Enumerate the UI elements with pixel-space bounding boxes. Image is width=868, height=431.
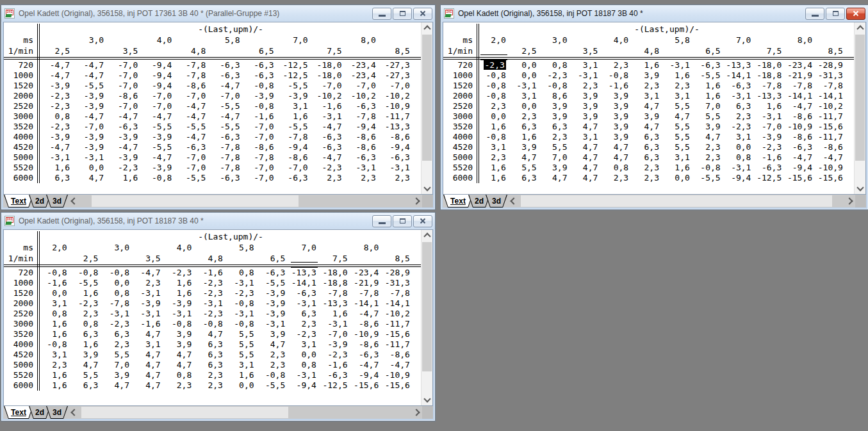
map-cell[interactable]: -3,9	[258, 298, 290, 309]
map-cell[interactable]: 0,0	[102, 278, 133, 288]
map-cell[interactable]: -0,8	[479, 91, 510, 101]
map-cell[interactable]: -10,2	[380, 91, 414, 101]
map-cell[interactable]: 0,0	[289, 350, 320, 360]
map-cell[interactable]: 2,3	[571, 81, 602, 91]
map-cell[interactable]: -5,5	[209, 122, 243, 132]
map-cell[interactable]: 2,3	[632, 163, 663, 173]
map-cell[interactable]: 2,3	[195, 380, 227, 391]
map-cell[interactable]: -10,2	[816, 101, 847, 111]
map-cell[interactable]: 3,1	[663, 91, 694, 101]
tab-3d[interactable]: 3d	[46, 406, 68, 419]
map-cell[interactable]: -1,6	[602, 81, 632, 91]
titlebar[interactable]: IOI Opel Kadett (Original), 356158, inj …	[1, 213, 435, 229]
map-cell[interactable]: -5,5	[694, 70, 725, 81]
map-cell[interactable]: -3,9	[142, 132, 176, 142]
map-cell[interactable]: 0,0	[510, 60, 541, 70]
map-cell[interactable]: -23,4	[346, 60, 380, 70]
map-cell[interactable]: 1,6	[479, 163, 510, 173]
map-cell[interactable]: 2,3	[602, 60, 632, 70]
map-cell[interactable]: -6,3	[289, 288, 320, 298]
map-cell[interactable]: -5,5	[278, 122, 312, 132]
map-cell[interactable]: 2,3	[510, 111, 541, 122]
map-cell[interactable]: 7,0	[694, 101, 725, 111]
map-cell[interactable]: -3,1	[74, 152, 108, 163]
map-cell[interactable]: 0,0	[74, 163, 108, 173]
map-cell[interactable]: -10,9	[380, 101, 414, 111]
map-cell[interactable]: -7,0	[176, 91, 209, 101]
map-cell[interactable]: -6,3	[380, 152, 414, 163]
map-cell[interactable]: 4,7	[102, 380, 133, 391]
map-cell[interactable]: -8,6	[346, 132, 380, 142]
map-cell[interactable]: -5,5	[258, 278, 290, 288]
hscroll-left-button[interactable]	[68, 195, 78, 207]
vertical-scrollbar[interactable]	[421, 230, 432, 405]
map-cell[interactable]: 3,1	[632, 91, 663, 101]
map-cell[interactable]: -11,7	[382, 339, 414, 350]
map-cell[interactable]: -2,3	[195, 278, 227, 288]
map-cell[interactable]: -3,1	[102, 309, 133, 319]
map-cell[interactable]: -1,6	[320, 360, 352, 370]
map-cell[interactable]: -2,3	[195, 309, 227, 319]
map-cell[interactable]: -7,8	[785, 81, 816, 91]
map-cell[interactable]: 3,9	[571, 111, 602, 122]
map-cell[interactable]: -6,3	[352, 350, 383, 360]
map-cell[interactable]: -3,9	[320, 339, 352, 350]
map-cell[interactable]: -0,8	[102, 268, 133, 278]
map-cell[interactable]: -7,8	[209, 142, 243, 152]
map-cell[interactable]: 1,6	[165, 288, 196, 298]
map-cell[interactable]: -21,9	[352, 278, 383, 288]
map-cell[interactable]: 0,8	[289, 360, 320, 370]
map-cell[interactable]: -7,0	[176, 163, 209, 173]
map-cell[interactable]: 3,1	[725, 132, 755, 142]
map-cell[interactable]: -7,0	[209, 91, 243, 101]
map-cell[interactable]: 2,3	[380, 173, 414, 183]
map-cell[interactable]: -13,3	[755, 91, 785, 101]
map-cell[interactable]: -23,4	[785, 60, 816, 70]
map-cell[interactable]: 2,3	[725, 111, 755, 122]
map-cell[interactable]: -12,5	[320, 380, 352, 391]
map-cell[interactable]: -0,8	[40, 339, 71, 350]
map-cell[interactable]: -7,8	[176, 60, 209, 70]
map-cell[interactable]: -3,9	[40, 81, 74, 91]
map-cell[interactable]: -3,1	[346, 163, 380, 173]
map-cell[interactable]: -7,0	[108, 81, 142, 91]
map-cell[interactable]: -7,8	[816, 81, 847, 91]
vertical-scrollbar[interactable]	[854, 22, 865, 194]
horizontal-scrollbar[interactable]	[518, 195, 845, 207]
tab-3d[interactable]: 3d	[486, 195, 507, 207]
scroll-up-button[interactable]	[422, 230, 432, 241]
map-cell[interactable]: -31,3	[816, 70, 847, 81]
scroll-down-button[interactable]	[422, 394, 432, 405]
map-cell[interactable]: -7,0	[320, 329, 352, 339]
map-cell[interactable]: -5,5	[209, 101, 243, 111]
restore-button[interactable]	[393, 215, 412, 227]
map-cell[interactable]: -11,7	[816, 111, 847, 122]
map-cell[interactable]: 2,3	[102, 339, 133, 350]
map-cell[interactable]: -0,8	[694, 163, 725, 173]
map-cell[interactable]: 3,9	[602, 101, 632, 111]
map-cell[interactable]: -7,0	[108, 70, 142, 81]
map-cell[interactable]: 0,8	[40, 111, 74, 122]
map-cell[interactable]: 3,9	[541, 163, 571, 173]
map-cell[interactable]: 3,9	[71, 350, 102, 360]
tab-text[interactable]: Text	[4, 406, 33, 419]
map-cell[interactable]: -9,4	[380, 142, 414, 152]
map-cell[interactable]: 4,7	[602, 142, 632, 152]
map-cell[interactable]: -21,9	[785, 70, 816, 81]
map-cell[interactable]: 0,8	[165, 370, 196, 380]
map-cell[interactable]: 2,3	[258, 360, 290, 370]
map-cell[interactable]: 6,3	[632, 152, 663, 163]
map-cell[interactable]: 3,1	[40, 298, 71, 309]
map-cell[interactable]: -6,3	[243, 70, 277, 81]
map-cell[interactable]: -5,5	[258, 380, 290, 391]
map-cell[interactable]: 0,0	[40, 288, 71, 298]
map-cell[interactable]: -9,4	[289, 380, 320, 391]
map-cell[interactable]: -3,1	[571, 70, 602, 81]
map-cell[interactable]: 1,6	[40, 319, 71, 329]
map-cell[interactable]: -13,3	[725, 60, 755, 70]
map-cell[interactable]: 3,9	[602, 122, 632, 132]
map-cell[interactable]: 3,9	[571, 91, 602, 101]
map-cell[interactable]: -2,3	[102, 319, 133, 329]
map-cell[interactable]: 3,9	[602, 91, 632, 101]
map-cell[interactable]: -9,4	[725, 173, 755, 183]
